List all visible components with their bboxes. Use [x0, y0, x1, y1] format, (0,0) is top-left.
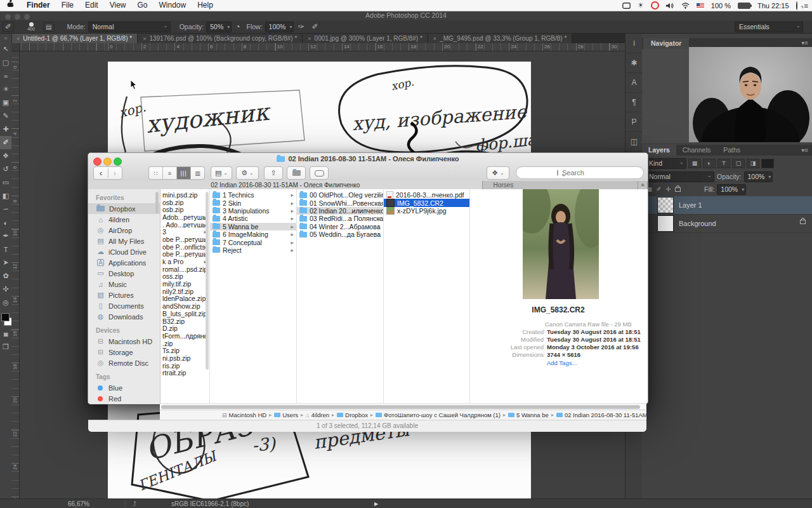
folder-row[interactable]: 5 Wanna be [210, 223, 296, 231]
spotlight-icon[interactable] [796, 1, 797, 10]
file-row[interactable]: D.zip [160, 324, 209, 332]
brush-tool[interactable]: ✐ [0, 136, 11, 149]
folder-row[interactable]: 02 Indian 20...илипченко [297, 207, 383, 215]
opacity-value[interactable]: 50% [206, 22, 232, 32]
new-tab-button[interactable]: + [638, 181, 648, 189]
file-row[interactable]: andShow.zip [160, 302, 209, 310]
marquee-tool[interactable]: ▢ [0, 56, 11, 69]
paths-tab[interactable]: Paths [717, 145, 747, 156]
file-row[interactable]: ldenPalace.zip [160, 295, 209, 303]
file-row[interactable]: romal....psd.zip [160, 265, 209, 273]
file-row[interactable]: rtrait.zip [160, 370, 209, 377]
path-bar-item[interactable]: ФотоШапито-шоу с Сашей Чалдряном (1) [376, 411, 501, 418]
sidebar-item-music[interactable]: Music [88, 279, 160, 290]
file-row[interactable]: mini.psd.zip [160, 191, 209, 199]
filter-toggle-icon[interactable] [761, 159, 774, 168]
layer-blend-mode-select[interactable]: Normal [645, 171, 714, 182]
file-row[interactable]: obe P...ретушь [160, 236, 209, 243]
folder-row[interactable]: 01 SnowWhi...Ровенская [297, 199, 383, 206]
file-row[interactable]: mily.tif.zip [160, 280, 209, 288]
arrange-button[interactable]: ▤⌄ [211, 166, 232, 180]
sidebar-scrollbar[interactable] [155, 192, 159, 213]
folder-row[interactable]: 2 Skin [210, 199, 296, 206]
close-icon[interactable] [308, 36, 311, 42]
file-row[interactable]: B32.zip [160, 318, 209, 325]
file-row[interactable]: B_luts_split.zip [160, 310, 209, 318]
layer-filter-kind-select[interactable]: Kind [645, 158, 686, 169]
search-input[interactable] [561, 168, 652, 177]
apple-menu[interactable] [0, 0, 21, 11]
document-tab-1391766[interactable]: 1391766.psd @ 100% (Background copy, RGB… [138, 34, 303, 43]
sidebar-item-macintosh-hd[interactable]: Macintosh HD [88, 336, 160, 347]
clone-source-panel-icon[interactable]: ◫ [625, 132, 643, 152]
column-scrollbar[interactable] [206, 192, 209, 370]
file-row[interactable]: ni.psb.zip [160, 354, 209, 362]
export-icon[interactable]: ⤴ [133, 499, 136, 508]
back-button[interactable]: ‹ [95, 168, 108, 178]
file-row[interactable]: osb.zip [160, 199, 209, 206]
adjustment-layer-filter-icon[interactable]: ◐ [703, 159, 716, 168]
new-folder-button[interactable] [287, 166, 306, 180]
dodge-tool[interactable]: ◐ [0, 216, 11, 229]
menu-clock[interactable]: Thu 22:15 [757, 2, 789, 10]
sidebar-item-tag-blue[interactable]: Blue [88, 382, 160, 393]
sidebar-item-airdrop[interactable]: AirDrop [88, 225, 160, 236]
zoom-tool[interactable]: ◎ [0, 296, 11, 309]
workspace-select[interactable]: Essentials [735, 22, 803, 32]
file-row[interactable]: . Ado...ретушь [160, 221, 209, 229]
flow-value[interactable]: 100% [265, 22, 294, 32]
folder-row[interactable]: 6 ImageMaking [210, 231, 296, 238]
layer-fill-value[interactable]: 100% [717, 184, 746, 195]
path-bar-item[interactable]: Dropbox [337, 411, 368, 418]
sidebar-item-desktop[interactable]: Desktop [88, 268, 160, 279]
finder-title-bar[interactable]: 02 Indian 2016-08-30 11-51AM - Олеся Фил… [88, 153, 648, 182]
panel-menu-icon[interactable]: ▾≡ [801, 145, 808, 156]
character-panel-icon[interactable]: A [625, 73, 643, 93]
pressure-size-icon[interactable]: ✐ [312, 22, 318, 31]
eraser-tool[interactable]: ▭ [0, 176, 11, 189]
volume-icon[interactable] [666, 3, 674, 9]
color-swatches[interactable] [0, 313, 11, 327]
gradient-tool[interactable]: ◧ [0, 189, 11, 203]
file-row[interactable]: x-zDYLP9j6k.jpg [384, 207, 469, 215]
display-status-icon[interactable] [622, 3, 631, 9]
layer-thumbnail[interactable] [657, 215, 674, 232]
lock-position-icon[interactable]: ✢ [664, 185, 673, 194]
file-row[interactable]: obe P...onflicts) [160, 243, 209, 251]
smart-object-filter-icon[interactable]: ◨ [747, 159, 759, 168]
file-row[interactable]: obe P...ретушь [160, 251, 209, 258]
add-tags-link[interactable]: Add Tags... [547, 359, 577, 366]
layer-row-layer-1[interactable]: Layer 1 [642, 196, 812, 215]
folder-row[interactable]: 04 Winter 2...Абрамова [297, 223, 383, 231]
sidebar-item-tag-red[interactable]: Red [88, 393, 160, 403]
path-bar-item[interactable]: 5 Wanna be [508, 411, 549, 418]
brush-preset-picker[interactable]: 400 [23, 21, 39, 32]
paragraph-panel-icon[interactable]: ¶ [625, 93, 643, 112]
foreground-color-swatch[interactable] [1, 313, 10, 321]
lock-pixels-icon[interactable]: ✐ [654, 185, 664, 194]
channels-tab[interactable]: Channels [676, 145, 717, 156]
smudge-tool[interactable]: ∽ [0, 203, 11, 216]
icon-view-button[interactable]: ∷ [149, 167, 163, 179]
document-tab-0001[interactable]: 0001.jpg @ 300% (Layer 1, RGB/8#) * [303, 34, 428, 43]
sidebar-item-downloads[interactable]: Downloads [88, 311, 160, 322]
path-bar-item[interactable]: 02 Indian 2016-08-30 11-51AM - Олеся Фил… [556, 411, 646, 418]
file-row[interactable]: .zip [160, 340, 209, 347]
panel-menu-icon[interactable]: ▾≡ [801, 39, 808, 46]
path-bar-item[interactable]: Users [274, 411, 298, 418]
shape-layer-filter-icon[interactable]: ▢ [732, 159, 745, 168]
sidebar-item-storage[interactable]: Storage [88, 347, 160, 358]
file-row[interactable]: tForm...лдряна [160, 332, 209, 340]
finder-tab-current[interactable]: 02 Indian 2016-08-30 11-51AM - Олеся Фил… [88, 181, 483, 189]
list-view-button[interactable]: ≡ [163, 167, 177, 179]
menubar-item[interactable]: File [56, 0, 79, 11]
close-icon[interactable] [143, 36, 146, 42]
custom-shape-tool[interactable]: ✿ [0, 269, 11, 283]
file-row[interactable]: k a Pro [160, 258, 209, 265]
lock-all-icon[interactable] [673, 185, 683, 194]
eyedropper-tool[interactable]: ✎ [0, 109, 11, 123]
coverflow-view-button[interactable]: ▥ [191, 167, 204, 179]
layer-name[interactable]: Background [679, 220, 716, 227]
opera-icon[interactable] [651, 1, 659, 10]
folder-row[interactable]: 3 Manipulations [210, 207, 296, 215]
